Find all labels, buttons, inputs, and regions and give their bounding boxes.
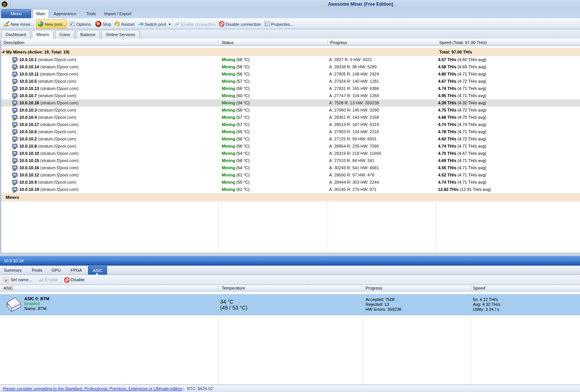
svg-text:B: B <box>3 2 6 6</box>
svg-text:a: a <box>5 277 8 283</box>
